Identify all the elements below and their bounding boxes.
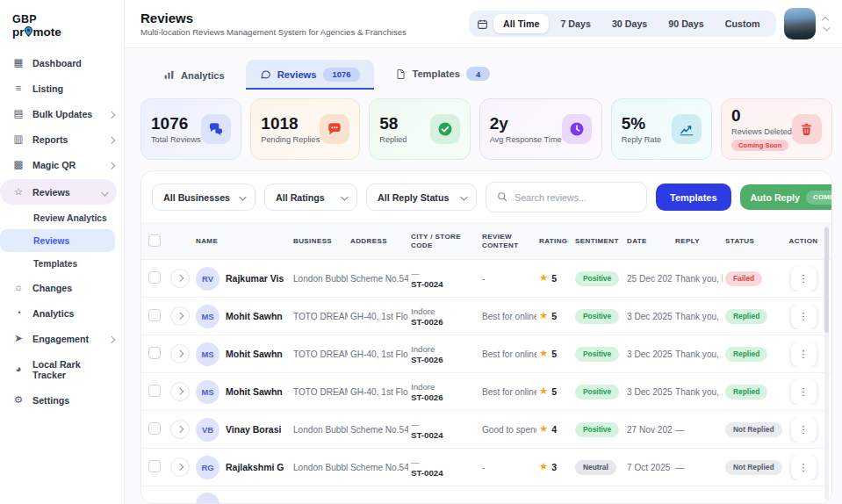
sidebar-item-listing[interactable]: ≡ Listing	[0, 76, 124, 101]
row-actions-button[interactable]: ⋮	[791, 455, 817, 480]
date-cell: 27 Nov 2025	[627, 425, 673, 435]
expand-row-button[interactable]	[170, 306, 190, 326]
auto-reply-button[interactable]: Auto Reply COMING SOON	[740, 184, 832, 210]
sidebar-subitem-reviews[interactable]: Reviews	[0, 229, 115, 252]
column-header-reply[interactable]: REPLY	[675, 237, 723, 246]
sidebar-item-dashboard[interactable]: ▦ Dashboard	[0, 50, 124, 76]
clock-icon	[562, 114, 592, 144]
sidebar-item-changes[interactable]: ☼ Changes	[0, 275, 124, 300]
row-actions-button[interactable]: ⋮	[791, 304, 817, 329]
range-all-time[interactable]: All Time	[493, 14, 549, 33]
select-all-checkbox[interactable]	[148, 234, 161, 247]
column-header-status[interactable]: STATUS	[725, 237, 783, 246]
row-actions-button[interactable]: ⋮	[791, 417, 817, 443]
expand-row-button[interactable]	[170, 457, 190, 477]
date-range-selector: All Time 7 Days 30 Days 90 Days Custom	[469, 11, 775, 37]
range-30-days[interactable]: 30 Days	[602, 14, 657, 33]
range-90-days[interactable]: 90 Days	[658, 14, 713, 33]
review-content-cell: Best for online ...	[482, 312, 536, 321]
tab-reviews[interactable]: Reviews 1076	[246, 60, 375, 90]
sidebar-subitem-review-analytics[interactable]: Review Analytics	[0, 206, 124, 229]
expand-row-button[interactable]	[170, 420, 190, 439]
main-area: Reviews Multi-location Reviews Managemen…	[125, 0, 842, 504]
expand-row-button[interactable]	[170, 344, 190, 364]
row-actions-button[interactable]: ⋮	[791, 342, 817, 367]
city-value: —	[411, 457, 479, 468]
status-cell: Not Replied	[725, 460, 783, 475]
ratings-filter-dropdown[interactable]: All Ratings	[264, 184, 357, 211]
reply-cell: Thank you, ...	[675, 387, 723, 397]
column-header-review-content[interactable]: REVIEW CONTENT	[482, 233, 536, 251]
reviewer-name: Mohit Sawhn	[226, 311, 283, 321]
tab-templates[interactable]: Templates 4	[381, 59, 504, 90]
sidebar-item-engagement[interactable]: ➤ Engagement	[0, 326, 124, 351]
tab-analytics[interactable]: Analytics	[149, 61, 239, 90]
sidebar-item-label: Settings	[32, 395, 69, 406]
rating-value: 3	[551, 462, 557, 472]
stat-value: 1018	[261, 115, 320, 132]
column-header-date[interactable]: DATE	[627, 237, 673, 246]
status-cell: Failed	[725, 271, 783, 286]
user-avatar[interactable]	[784, 8, 816, 40]
table-row: MS Mohit Sawhn TOTO DREAM ... GH-40, 1st…	[141, 335, 831, 373]
expand-row-button[interactable]	[170, 382, 190, 401]
sidebar-item-reports[interactable]: ▥ Reports	[0, 126, 124, 152]
reviewer-avatar: MS	[196, 305, 219, 328]
search-input[interactable]	[515, 192, 636, 203]
business-cell: London Bubble...	[293, 274, 348, 284]
coming-soon-badge: COMING SOON	[806, 191, 832, 205]
row-checkbox[interactable]	[148, 271, 161, 284]
sidebar-item-local-rank-tracker[interactable]: ◕ Local Rark Tracker	[0, 351, 124, 387]
expand-row-button[interactable]	[170, 269, 190, 288]
tab-bar: Analytics Reviews 1076 Templates 4	[140, 54, 832, 90]
document-icon	[395, 68, 406, 80]
sidebar-subitem-templates[interactable]: Templates	[0, 252, 124, 275]
status-badge: Not Replied	[725, 422, 782, 437]
range-custom[interactable]: Custom	[716, 14, 770, 33]
stat-label: Avg Response Time	[490, 135, 562, 144]
sidebar-item-settings[interactable]: ⚙ Settings	[0, 387, 124, 413]
sidebar-item-label: Reports	[32, 134, 68, 145]
bar-chart-icon	[163, 69, 175, 81]
column-header-name[interactable]: NAME	[196, 237, 291, 246]
row-checkbox[interactable]	[148, 460, 161, 472]
profile-selector-icon[interactable]	[824, 18, 831, 30]
store-code-value: ST-0026	[411, 355, 479, 364]
businesses-filter-dropdown[interactable]: All Businesses	[152, 184, 255, 211]
range-7-days[interactable]: 7 Days	[551, 14, 600, 33]
column-header-sentiment[interactable]: SENTIMENT	[575, 237, 624, 246]
date-cell: 25 Dec 2025	[627, 274, 673, 284]
review-content-cell: Best for online ...	[482, 387, 536, 397]
column-header-address[interactable]: ADDRESS	[350, 237, 408, 246]
row-checkbox[interactable]	[148, 309, 161, 321]
location-pin-icon	[25, 26, 32, 40]
row-actions-button[interactable]: ⋮	[791, 266, 817, 292]
row-checkbox[interactable]	[148, 422, 161, 435]
city-value: Indore	[411, 306, 479, 317]
sentiment-badge: Positive	[575, 347, 619, 362]
stat-label: Reply Rate	[622, 135, 661, 144]
reviewer-avatar: RG	[196, 456, 219, 479]
sidebar-item-magic-qr[interactable]: ▩ Magic QR	[0, 152, 124, 177]
table-scrollbar-track[interactable]	[824, 226, 829, 500]
sidebar-item-analytics[interactable]: ◔ Analytics	[0, 300, 124, 326]
sidebar-item-bulk-updates[interactable]: ▤ Bulk Updates	[0, 101, 124, 126]
row-checkbox[interactable]	[148, 385, 161, 397]
kebab-menu-icon: ⋮	[799, 424, 809, 436]
kebab-menu-icon: ⋮	[799, 386, 809, 398]
sidebar-nav: ▦ Dashboard ≡ Listing ▤ Bulk Updates ▥ R…	[0, 50, 124, 413]
store-code-value: ST-0024	[411, 430, 479, 440]
column-header-business[interactable]: BUSINESS	[293, 237, 348, 246]
sentiment-badge: Neutral	[575, 460, 616, 475]
row-actions-button[interactable]: ⋮	[791, 379, 817, 405]
table-scrollbar-thumb[interactable]	[824, 227, 829, 333]
column-header-rating[interactable]: RATING	[539, 237, 572, 246]
column-header-city-store-code[interactable]: CITY / STORE CODE	[411, 233, 479, 251]
app-logo: GBP prmote	[0, 11, 124, 50]
reply-status-filter-dropdown[interactable]: All Reply Status	[366, 184, 477, 211]
templates-button[interactable]: Templates	[656, 184, 731, 211]
sidebar-item-reviews[interactable]: ☆ Reviews	[0, 179, 117, 205]
row-checkbox[interactable]	[148, 347, 161, 359]
chevron-right-icon	[176, 464, 184, 471]
reviewer-avatar: MS	[196, 380, 219, 404]
